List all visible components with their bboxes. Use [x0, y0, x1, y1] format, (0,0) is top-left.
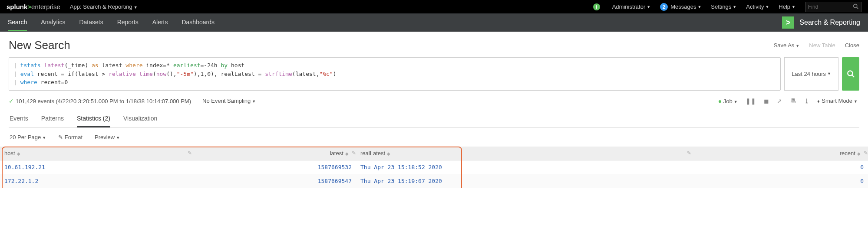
table-row[interactable]: 10.61.192.21 1587669532 Thu Apr 23 15:18… — [0, 160, 868, 174]
table-row[interactable]: 172.22.1.2 1587669547 Thu Apr 23 15:19:0… — [0, 174, 868, 188]
find-input[interactable] — [805, 2, 861, 12]
nav-analytics[interactable]: Analytics — [41, 14, 65, 31]
pencil-icon[interactable]: ✎ — [864, 150, 868, 156]
per-page-select[interactable]: 20 Per Page▼ — [10, 134, 46, 140]
topbar: splunk>enterprise App: Search & Reportin… — [0, 0, 868, 13]
col-latest[interactable]: latest◆ ✎ — [195, 147, 356, 160]
app-brand: > Search & Reporting — [782, 16, 860, 29]
app-switcher[interactable]: App: Search & Reporting▼ — [70, 3, 138, 10]
nav-reports[interactable]: Reports — [117, 14, 139, 31]
nav-datasets[interactable]: Datasets — [79, 14, 103, 31]
stop-icon[interactable]: ◼ — [764, 98, 769, 104]
info-icon[interactable]: i — [593, 3, 603, 10]
col-reallatest[interactable]: realLatest◆✎ — [356, 147, 695, 160]
svg-point-0 — [854, 4, 857, 7]
share-icon[interactable]: ↗ — [777, 98, 782, 104]
svg-line-3 — [852, 75, 854, 78]
search-icon — [853, 3, 858, 10]
user-menu[interactable]: Administrator▼ — [612, 3, 651, 10]
print-icon[interactable]: 🖶 — [790, 98, 796, 104]
navbar: Search Analytics Datasets Reports Alerts… — [0, 13, 868, 32]
tab-statistics[interactable]: Statistics (2) — [77, 111, 110, 127]
pause-icon[interactable]: ❚❚ — [746, 98, 756, 104]
page-title: New Search — [9, 39, 70, 52]
tab-visualization[interactable]: Visualization — [123, 111, 157, 127]
activity-menu[interactable]: Activity▼ — [746, 3, 769, 10]
nav-dashboards[interactable]: Dashboards — [182, 14, 215, 31]
help-menu[interactable]: Help▼ — [779, 3, 795, 10]
search-input[interactable]: | tstats latest(_time) as latest where i… — [9, 57, 781, 91]
tab-patterns[interactable]: Patterns — [41, 111, 64, 127]
svg-line-1 — [857, 7, 858, 8]
nav-alerts[interactable]: Alerts — [152, 14, 168, 31]
settings-menu[interactable]: Settings▼ — [711, 3, 736, 10]
nav-search[interactable]: Search — [8, 14, 27, 31]
results-table: host◆✎ latest◆ ✎ realLatest◆✎ recent◆ ✎ … — [0, 147, 868, 188]
close-button[interactable]: Close — [845, 42, 859, 49]
format-button[interactable]: ✎ Format — [58, 134, 83, 140]
time-range-picker[interactable]: Last 24 hours▼ — [784, 57, 838, 91]
export-icon[interactable]: ⭳ — [804, 98, 810, 104]
pencil-icon[interactable]: ✎ — [352, 150, 356, 156]
col-recent[interactable]: recent◆ ✎ — [695, 147, 868, 160]
chevron-right-icon: > — [782, 16, 794, 29]
events-count: ✓101,429 events (4/22/20 3:20:51.000 PM … — [9, 98, 191, 104]
pencil-icon[interactable]: ✎ — [188, 150, 192, 156]
pencil-icon[interactable]: ✎ — [687, 150, 691, 156]
tab-events[interactable]: Events — [10, 111, 28, 127]
messages-menu[interactable]: 2Messages▼ — [660, 3, 701, 11]
new-table-button: New Table — [809, 42, 835, 49]
save-as-button[interactable]: Save As▼ — [774, 42, 800, 49]
logo: splunk>enterprise — [7, 3, 60, 10]
event-sampling[interactable]: No Event Sampling▼ — [202, 98, 256, 104]
preview-toggle[interactable]: Preview▼ — [95, 134, 120, 140]
col-host[interactable]: host◆✎ — [0, 147, 195, 160]
svg-point-2 — [848, 71, 852, 76]
search-mode[interactable]: ⬧ Smart Mode▼ — [817, 98, 858, 104]
job-menu[interactable]: ● Job▼ — [718, 98, 738, 104]
search-button[interactable] — [842, 57, 859, 91]
